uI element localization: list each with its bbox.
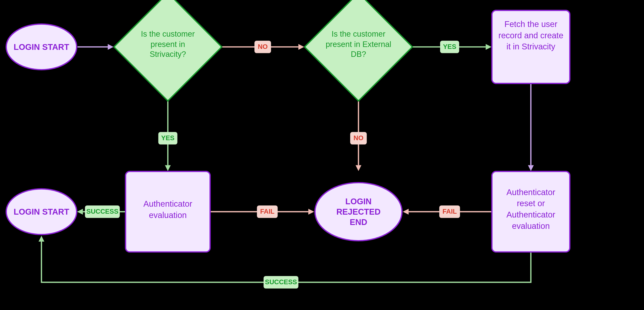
node-login-rejected-label-3: END <box>350 218 367 227</box>
node-auth-reset-label-3: Authenticator <box>506 210 555 219</box>
svg-text:SUCCESS: SUCCESS <box>265 278 297 286</box>
node-auth-eval: Authenticator evaluation <box>126 172 210 252</box>
node-auth-reset-label-1: Authenticator <box>506 188 555 197</box>
flowchart-diagram: LOGIN START Is the customer present in S… <box>0 0 644 310</box>
svg-text:FAIL: FAIL <box>442 208 457 215</box>
badge-fail-authreset: FAIL <box>439 206 460 218</box>
arrow-start-to-strivacity <box>78 44 114 50</box>
svg-text:NO: NO <box>258 43 268 50</box>
svg-marker-5 <box>486 44 492 50</box>
node-login-start-bottom-label: LOGIN START <box>14 207 69 216</box>
badge-fail-autheval: FAIL <box>257 206 278 218</box>
node-login-rejected-label-2: REJECTED <box>336 207 381 216</box>
svg-text:NO: NO <box>354 134 363 142</box>
node-login-start-top: LOGIN START <box>6 24 77 70</box>
badge-success-autheval: SUCCESS <box>85 206 120 218</box>
arrow-fetch-to-authreset <box>528 84 534 171</box>
node-login-start-top-label: LOGIN START <box>14 42 69 52</box>
node-auth-reset-label-4: evaluation <box>512 221 550 231</box>
node-login-start-bottom: LOGIN START <box>6 189 77 235</box>
svg-marker-3 <box>298 44 304 50</box>
node-decision-strivacity-label: Is the customer present in Strivacity? <box>132 29 203 60</box>
badge-yes-strivacity: YES <box>158 132 177 144</box>
svg-marker-9 <box>356 165 362 171</box>
arrow-authreset-success-to-start <box>38 236 531 282</box>
node-fetch-record: Fetch the user record and create it in S… <box>492 10 570 83</box>
badge-yes-external: YES <box>440 41 459 53</box>
node-decision-strivacity: Is the customer present in Strivacity? <box>114 0 222 101</box>
svg-text:SUCCESS: SUCCESS <box>86 208 118 215</box>
badge-no-strivacity: NO <box>254 41 271 53</box>
svg-text:YES: YES <box>161 134 174 142</box>
badge-success-authreset: SUCCESS <box>264 276 298 288</box>
node-auth-reset: Authenticator reset or Authenticator eva… <box>492 172 570 252</box>
badge-no-external: NO <box>350 132 367 144</box>
svg-text:FAIL: FAIL <box>260 208 275 215</box>
node-login-rejected-label-1: LOGIN <box>345 197 372 206</box>
node-fetch-record-label: Fetch the user record and create it in S… <box>496 19 566 53</box>
node-login-rejected: LOGIN REJECTED END <box>315 183 402 241</box>
node-auth-reset-label-2: reset or <box>517 199 545 208</box>
svg-marker-18 <box>38 236 44 242</box>
svg-marker-11 <box>528 165 534 171</box>
svg-marker-1 <box>108 44 114 50</box>
svg-marker-15 <box>308 209 314 215</box>
svg-marker-13 <box>77 209 83 215</box>
node-decision-external-label: Is the customer present in External DB? <box>323 29 394 60</box>
node-auth-eval-label: Authenticator evaluation <box>130 199 206 221</box>
node-decision-external: Is the customer present in External DB? <box>305 0 412 101</box>
svg-marker-7 <box>165 165 171 171</box>
svg-marker-17 <box>403 209 408 215</box>
svg-text:YES: YES <box>443 43 456 50</box>
